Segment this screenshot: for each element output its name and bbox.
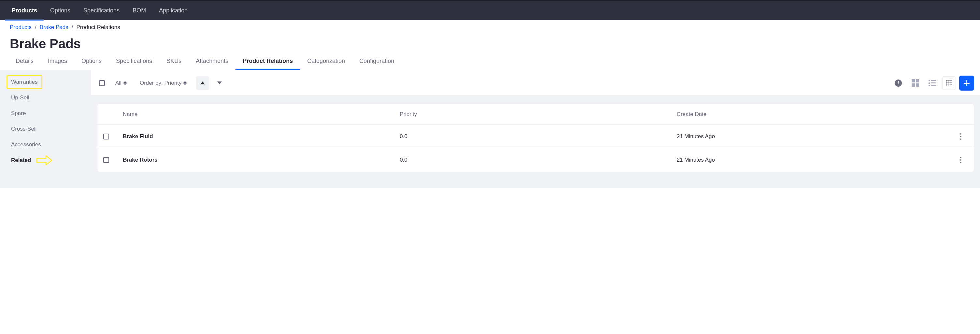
sort-asc-button[interactable]	[196, 76, 209, 90]
caret-updown-icon	[183, 81, 187, 85]
tab-attachments[interactable]: Attachments	[189, 54, 235, 70]
tab-specifications[interactable]: Specifications	[109, 54, 159, 70]
tab-options[interactable]: Options	[74, 54, 109, 70]
sidebar-item-crosssell[interactable]: Cross-Sell	[0, 121, 91, 137]
sidebar-item-warranties[interactable]: Warranties	[6, 75, 42, 89]
table-header: Name Priority Create Date	[97, 104, 974, 125]
table-icon	[946, 80, 952, 86]
breadcrumb-products[interactable]: Products	[10, 24, 32, 31]
orderby-dropdown[interactable]: Order by: Priority	[134, 77, 193, 89]
topnav-specifications[interactable]: Specifications	[77, 0, 126, 21]
row-actions-button[interactable]	[957, 131, 965, 142]
sidebar-item-related[interactable]: Related	[0, 153, 33, 168]
sort-desc-button[interactable]	[213, 76, 226, 90]
row-name: Brake Rotors	[120, 157, 397, 163]
page-title: Brake Pads	[0, 31, 980, 54]
add-button[interactable]	[959, 76, 974, 91]
tab-images[interactable]: Images	[41, 54, 74, 70]
sidebar-item-upsell[interactable]: Up-Sell	[0, 90, 91, 106]
sidebar-item-spare[interactable]: Spare	[0, 106, 91, 121]
data-table: Name Priority Create Date Brake Fluid 0.…	[97, 103, 974, 172]
row-create-date: 21 Minutes Ago	[674, 133, 951, 140]
top-nav: Products Options Specifications BOM Appl…	[0, 0, 980, 20]
toolbar: All Order by: Priority i	[91, 70, 980, 96]
topnav-products[interactable]: Products	[5, 0, 44, 21]
caret-down-icon	[217, 81, 222, 84]
sidebar-item-accessories[interactable]: Accessories	[0, 137, 91, 153]
annotation-arrow-icon	[36, 155, 52, 166]
row-actions-button[interactable]	[957, 155, 965, 165]
select-all-checkbox[interactable]	[99, 80, 105, 86]
svg-rect-0	[946, 80, 952, 86]
col-priority[interactable]: Priority	[397, 111, 674, 118]
list-icon	[929, 80, 936, 86]
breadcrumb-sep: /	[35, 24, 37, 31]
topnav-application[interactable]: Application	[153, 0, 194, 21]
cards-icon	[912, 79, 919, 87]
breadcrumb: Products / Brake Pads / Product Relation…	[0, 20, 980, 31]
table-row[interactable]: Brake Rotors 0.0 21 Minutes Ago	[97, 148, 974, 172]
col-create-date[interactable]: Create Date	[674, 111, 951, 118]
view-cards-button[interactable]	[908, 76, 922, 90]
tab-categorization[interactable]: Categorization	[300, 54, 352, 70]
caret-up-icon	[200, 81, 205, 84]
row-checkbox[interactable]	[103, 134, 109, 140]
tab-details[interactable]: Details	[8, 54, 41, 70]
sidebar: Warranties Up-Sell Spare Cross-Sell Acce…	[0, 70, 91, 188]
row-create-date: 21 Minutes Ago	[674, 157, 951, 163]
row-priority: 0.0	[397, 133, 674, 140]
caret-updown-icon	[123, 81, 127, 85]
plus-icon	[964, 80, 970, 86]
view-table-button[interactable]	[942, 76, 956, 90]
tab-skus[interactable]: SKUs	[159, 54, 189, 70]
tab-configuration[interactable]: Configuration	[352, 54, 401, 70]
topnav-bom[interactable]: BOM	[126, 0, 153, 21]
table-row[interactable]: Brake Fluid 0.0 21 Minutes Ago	[97, 125, 974, 148]
breadcrumb-sep: /	[72, 24, 73, 31]
view-list-button[interactable]	[925, 76, 939, 90]
main-area: Warranties Up-Sell Spare Cross-Sell Acce…	[0, 70, 980, 188]
info-button[interactable]: i	[891, 76, 905, 90]
breadcrumb-brake-pads[interactable]: Brake Pads	[40, 24, 68, 31]
row-name: Brake Fluid	[120, 133, 397, 140]
topnav-options[interactable]: Options	[44, 0, 77, 21]
subtabs: Details Images Options Specifications SK…	[0, 54, 980, 70]
info-icon: i	[895, 80, 902, 87]
filter-dropdown[interactable]: All	[111, 77, 130, 89]
content-column: All Order by: Priority i	[91, 70, 980, 188]
row-priority: 0.0	[397, 157, 674, 163]
col-name[interactable]: Name	[120, 111, 397, 118]
breadcrumb-current: Product Relations	[76, 24, 120, 31]
tab-product-relations[interactable]: Product Relations	[235, 54, 300, 70]
row-checkbox[interactable]	[103, 157, 109, 163]
